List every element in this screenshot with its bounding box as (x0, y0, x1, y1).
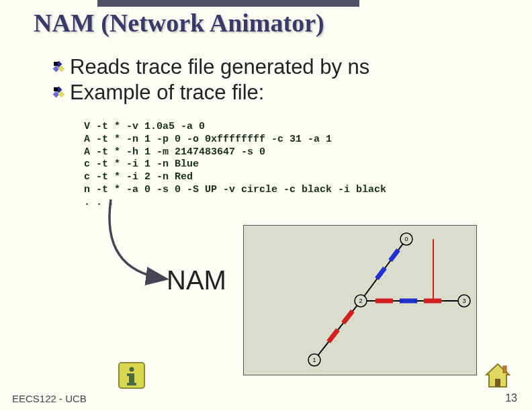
svg-text:0: 0 (404, 236, 408, 242)
nam-topology-diagram: 0123 (243, 225, 477, 375)
svg-rect-23 (127, 383, 136, 385)
nam-label: NAM (167, 265, 226, 295)
info-icon[interactable] (118, 361, 146, 390)
bullet-item: Example of trace file: (54, 81, 369, 105)
title-accent-bar (97, 0, 359, 7)
svg-line-4 (377, 268, 385, 279)
svg-text:1: 1 (312, 357, 316, 363)
home-icon[interactable] (484, 361, 512, 390)
bullet-list: Reads trace file generated by ns Example… (54, 55, 369, 106)
svg-text:3: 3 (462, 298, 466, 304)
svg-rect-26 (495, 379, 500, 387)
svg-rect-24 (127, 373, 132, 376)
svg-line-11 (328, 330, 338, 342)
bullet-text: Example of trace file: (70, 81, 264, 105)
diamond-bullet-icon (54, 62, 64, 73)
footer-course: EECS122 - UCB (12, 393, 87, 404)
svg-line-3 (390, 250, 398, 261)
diamond-bullet-icon (54, 87, 64, 98)
svg-line-10 (343, 311, 353, 323)
bullet-text: Reads trace file generated by ns (70, 55, 369, 79)
bullet-item: Reads trace file generated by ns (54, 55, 369, 79)
slide-title: NAM (Network Animator) (34, 8, 324, 38)
svg-point-21 (130, 367, 134, 372)
slide-number: 13 (505, 392, 517, 404)
svg-text:2: 2 (359, 298, 362, 304)
svg-rect-27 (503, 366, 506, 373)
